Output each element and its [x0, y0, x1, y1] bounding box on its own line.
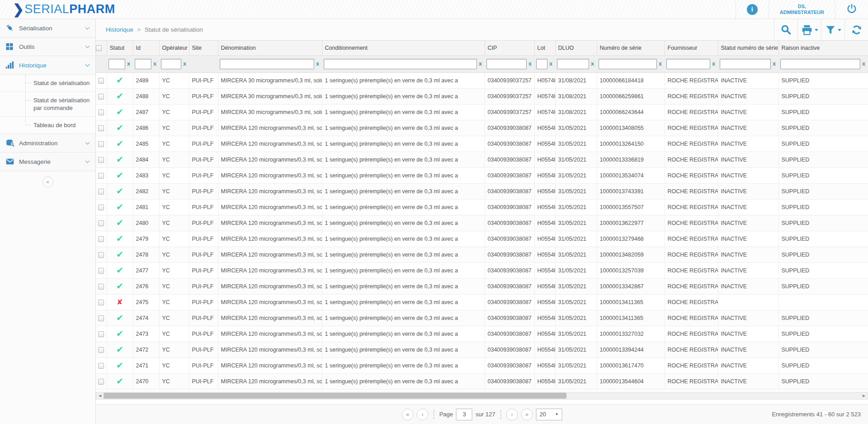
table-row[interactable]: ✔2481YCPUI-PLFMIRCERA 120 microgrammes/0…: [96, 199, 868, 215]
sidebar-item-outils[interactable]: Outils: [0, 38, 95, 56]
filter-input-fournisseur[interactable]: [666, 59, 710, 69]
logout-button[interactable]: [835, 0, 868, 19]
table-row[interactable]: ✔2470YCPUI-PLFMIRCERA 120 microgrammes/0…: [96, 373, 868, 389]
prev-page-button[interactable]: ‹: [417, 409, 429, 420]
filter-clear-id-button[interactable]: x: [151, 61, 157, 67]
table-row[interactable]: ✔2476YCPUI-PLFMIRCERA 120 microgrammes/0…: [96, 278, 868, 294]
horizontal-scrollbar[interactable]: ◀ ▶: [96, 392, 868, 400]
row-checkbox[interactable]: [98, 220, 104, 226]
filter-clear-statut_serie-button[interactable]: x: [771, 61, 777, 67]
scrollbar-thumb[interactable]: [104, 393, 566, 399]
row-checkbox[interactable]: [98, 268, 104, 274]
page-number-input[interactable]: [456, 409, 472, 420]
row-checkbox[interactable]: [98, 363, 104, 369]
filter-input-raison[interactable]: [780, 59, 860, 69]
column-header-lot[interactable]: Lot: [534, 41, 555, 55]
filter-input-dluo[interactable]: [557, 59, 589, 69]
table-row[interactable]: ✔2472YCPUI-PLFMIRCERA 120 microgrammes/0…: [96, 342, 868, 357]
column-header-fournisseur[interactable]: Fournisseur: [665, 41, 718, 55]
sidebar-item-tableau-de-bord[interactable]: Tableau de bord: [0, 117, 95, 133]
row-checkbox[interactable]: [98, 110, 104, 115]
filter-clear-cip-button[interactable]: x: [527, 61, 533, 67]
scroll-right-arrow-icon[interactable]: ▶: [860, 392, 868, 399]
table-row[interactable]: ✔2485YCPUI-PLFMIRCERA 120 microgrammes/0…: [96, 136, 868, 152]
table-row[interactable]: ✔2483YCPUI-PLFMIRCERA 120 microgrammes/0…: [96, 167, 868, 183]
row-checkbox[interactable]: [98, 331, 104, 337]
column-header-cip[interactable]: CIP: [485, 41, 534, 55]
column-header-statut[interactable]: Statut: [107, 41, 133, 55]
column-header-dluo[interactable]: DLUO: [555, 41, 597, 55]
search-button[interactable]: [774, 19, 797, 40]
filter-clear-dluo-button[interactable]: x: [589, 61, 595, 67]
column-header-raison[interactable]: Raison inactive: [778, 41, 868, 55]
table-row[interactable]: ✔2478YCPUI-PLFMIRCERA 120 microgrammes/0…: [96, 247, 868, 262]
column-header-serie[interactable]: Numéro de série: [597, 41, 665, 55]
row-checkbox[interactable]: [98, 236, 104, 242]
table-row[interactable]: ✔2474YCPUI-PLFMIRCERA 120 microgrammes/0…: [96, 310, 868, 326]
row-checkbox[interactable]: [98, 347, 104, 353]
filter-input-id[interactable]: [135, 59, 151, 69]
sidebar-item-administration[interactable]: Administration: [0, 134, 95, 152]
filter-input-operateur[interactable]: [161, 59, 181, 69]
select-all-checkbox[interactable]: [96, 45, 102, 51]
sidebar-item-statut-de-serialisation[interactable]: Statut de sérialisation: [0, 75, 95, 92]
table-row[interactable]: ✔2473YCPUI-PLFMIRCERA 120 microgrammes/0…: [96, 326, 868, 342]
filter-input-cip[interactable]: [486, 59, 527, 69]
current-user[interactable]: DS, ADMINISTRATEUR: [769, 0, 835, 19]
filter-clear-denomination-button[interactable]: x: [314, 61, 320, 67]
row-checkbox[interactable]: [98, 379, 104, 385]
sidebar-item-messagerie[interactable]: Messagerie: [0, 152, 95, 171]
next-page-button[interactable]: ›: [506, 409, 518, 420]
filter-input-statut_serie[interactable]: [720, 59, 771, 69]
breadcrumb-historique-link[interactable]: Historique: [106, 26, 133, 33]
sidebar-item-serialisation[interactable]: Sérialisation: [0, 19, 95, 38]
row-checkbox[interactable]: [98, 205, 104, 210]
filter-input-lot[interactable]: [536, 59, 547, 69]
filter-clear-raison-button[interactable]: x: [860, 61, 866, 67]
refresh-button[interactable]: [844, 19, 868, 40]
filter-clear-conditionnement-button[interactable]: x: [477, 61, 483, 67]
table-row[interactable]: ✔2471YCPUI-PLFMIRCERA 120 microgrammes/0…: [96, 357, 868, 373]
table-row[interactable]: ✔2489YCPUI-PLFMIRCERA 30 microgrammes/0,…: [96, 72, 868, 88]
row-checkbox[interactable]: [98, 141, 104, 147]
filter-input-denomination[interactable]: [220, 59, 314, 69]
row-checkbox[interactable]: [98, 252, 104, 258]
page-size-select[interactable]: 20 ▼: [536, 409, 562, 420]
row-checkbox[interactable]: [98, 157, 104, 163]
row-checkbox[interactable]: [98, 173, 104, 179]
filter-clear-lot-button[interactable]: x: [547, 61, 553, 67]
row-checkbox[interactable]: [98, 125, 104, 131]
table-row[interactable]: ✔2479YCPUI-PLFMIRCERA 120 microgrammes/0…: [96, 231, 868, 247]
filter-input-statut[interactable]: [108, 59, 125, 69]
row-checkbox[interactable]: [98, 300, 104, 305]
column-header-conditionnement[interactable]: Conditionnement: [322, 41, 485, 55]
row-checkbox[interactable]: [98, 284, 104, 290]
table-row[interactable]: ✔2488YCPUI-PLFMIRCERA 30 microgrammes/0,…: [96, 88, 868, 104]
row-checkbox[interactable]: [98, 315, 104, 321]
row-checkbox[interactable]: [98, 189, 104, 195]
row-checkbox[interactable]: [98, 94, 104, 100]
scroll-left-arrow-icon[interactable]: ◀: [96, 392, 104, 399]
filter-input-serie[interactable]: [599, 59, 657, 69]
column-header-operateur[interactable]: Opérateur: [159, 41, 189, 55]
filter-clear-serie-button[interactable]: x: [657, 61, 663, 67]
select-all-header[interactable]: [96, 41, 107, 55]
table-row[interactable]: ✔2480YCPUI-PLFMIRCERA 120 microgrammes/0…: [96, 215, 868, 231]
table-row[interactable]: ✔2482YCPUI-PLFMIRCERA 120 microgrammes/0…: [96, 183, 868, 199]
first-page-button[interactable]: «: [402, 409, 414, 420]
column-header-site[interactable]: Site: [189, 41, 218, 55]
column-header-denomination[interactable]: Dénomination: [218, 41, 322, 55]
column-header-statut_serie[interactable]: Statut numéro de série: [718, 41, 778, 55]
print-button[interactable]: [797, 19, 821, 40]
table-row[interactable]: ✔2484YCPUI-PLFMIRCERA 120 microgrammes/0…: [96, 152, 868, 167]
row-checkbox[interactable]: [98, 78, 104, 84]
last-page-button[interactable]: »: [521, 409, 533, 420]
filter-clear-statut-button[interactable]: x: [125, 61, 131, 67]
info-button[interactable]: i: [736, 0, 769, 19]
table-row[interactable]: ✔2477YCPUI-PLFMIRCERA 120 microgrammes/0…: [96, 262, 868, 278]
column-header-id[interactable]: Id: [133, 41, 159, 55]
sidebar-item-historique[interactable]: Historique: [0, 56, 95, 75]
sidebar-collapse-button[interactable]: «: [42, 176, 53, 187]
filter-input-conditionnement[interactable]: [324, 59, 477, 69]
sidebar-item-statut-par-commande[interactable]: Statut de sérialisation par commande: [0, 92, 95, 117]
